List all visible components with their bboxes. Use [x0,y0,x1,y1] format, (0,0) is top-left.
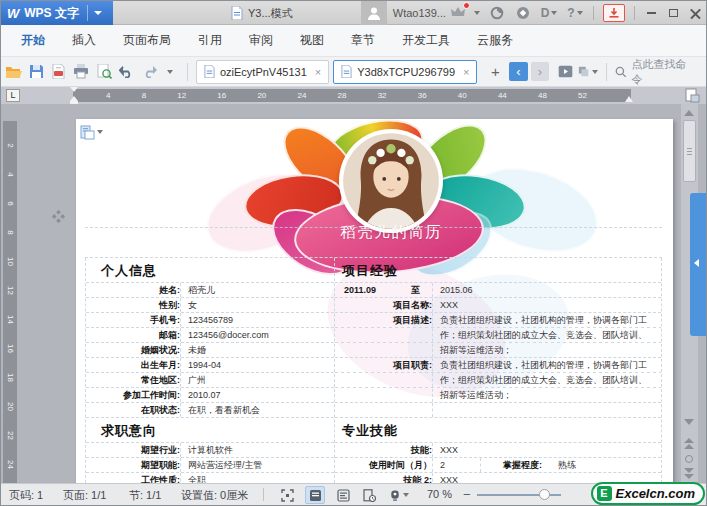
tab-page-layout[interactable]: 页面布局 [123,32,171,49]
paste-options-icon [79,124,95,140]
zoom-percentage[interactable]: 70 % [427,488,452,500]
collapsed-task-pane-tab[interactable] [690,193,706,336]
window-document-tab[interactable]: Y3...模式 [231,1,293,25]
status-section: 节: 1/1 [129,488,161,503]
page-setup-icon[interactable] [685,88,700,103]
account-avatar[interactable] [361,1,387,25]
field-value: 123456789 [180,313,334,327]
document-history-button[interactable] [359,486,379,504]
print-button[interactable] [72,62,92,82]
previous-page-icon[interactable] [684,438,694,443]
chevron-down-icon[interactable] [474,11,480,15]
print-layout-view-button[interactable] [305,486,325,504]
tab-section[interactable]: 章节 [351,32,375,49]
document-page[interactable]: 稻壳儿的简历 个人信息 姓名:稻壳儿 性别:女 手机号:123456789 邮箱… [76,119,673,483]
right-indent-marker[interactable] [625,96,633,102]
left-indent-marker[interactable] [69,87,79,104]
table-row: 技能:XXX [335,443,661,458]
person-icon [367,6,381,20]
tab-developer[interactable]: 开发工具 [402,32,450,49]
document-tab-2-label: Y3d8xTCPU296799 [357,66,455,78]
account-name[interactable]: Wtao139... [393,7,446,19]
wps-window: W WPS 文字 Y3...模式 Wtao139... [0,0,707,506]
undo-button[interactable] [117,62,137,82]
table-row: 在职状态:在职，看看新机会 [86,403,334,418]
scroll-up-arrow[interactable] [684,110,694,116]
close-tab-icon[interactable]: × [315,66,321,78]
chevron-down-icon [592,70,598,74]
command-search[interactable]: 点此查找命令 [615,57,696,87]
help-menu[interactable]: ? [565,4,585,22]
new-tab-button[interactable]: + [485,62,505,82]
outline-view-button[interactable] [333,486,353,504]
table-row: 出生年月:1994-04 [86,358,334,373]
search-icon [615,66,627,78]
document-tab-1[interactable]: oziEcytPnV45131 × [196,60,329,84]
document-tab-2[interactable]: Y3d8xTCPU296799 × [333,60,477,84]
field-label [335,403,432,417]
chevron-down-icon [403,493,409,497]
scrollbar-thumb[interactable] [683,120,696,182]
close-tab-icon[interactable]: × [463,66,469,78]
field-value: 网站营运经理/主管 [180,458,334,472]
forward-button[interactable]: › [531,62,550,81]
table-row: 期望行业:计算机软件 [86,443,334,458]
paste-options-button[interactable] [79,124,103,140]
field-label: 参加工作时间: [86,388,180,402]
field-label: 在职状态: [86,403,180,417]
skin-icon[interactable] [487,4,507,22]
chevron-down-icon[interactable] [94,11,102,15]
open-button[interactable] [4,62,24,82]
next-page-icon[interactable] [684,474,694,479]
previous-page-icon[interactable] [684,444,694,449]
more-tools-button[interactable] [578,62,598,82]
download-button[interactable] [603,4,625,22]
chevron-down-icon [97,130,103,134]
ruler-tick: 28 [338,89,347,102]
maximize-button[interactable] [662,1,684,25]
docer-label: D [541,6,550,20]
field-label: 姓名: [86,283,180,297]
zoom-slider-thumb[interactable] [539,489,550,500]
zoom-out-button[interactable]: − [463,487,471,502]
select-browse-object-icon[interactable] [685,455,693,463]
section-header-project: 项目经验 [335,258,661,283]
save-button[interactable] [27,62,47,82]
ruler-tick: 16 [6,342,15,356]
docer-menu[interactable]: D [539,4,559,22]
field-value: 女 [180,298,334,312]
vip-crown-icon[interactable] [450,5,468,21]
task-pane-button[interactable] [555,62,575,82]
tab-cloud[interactable]: 云服务 [477,32,513,49]
section-header-skills: 专业技能 [335,418,661,443]
tab-references[interactable]: 引用 [198,32,222,49]
minimize-button[interactable] [640,1,662,25]
print-preview-button[interactable] [94,62,114,82]
field-value: 全职 [180,473,334,483]
wps-app-button[interactable]: W WPS 文字 [1,1,113,25]
eye-protection-button[interactable] [389,486,409,504]
table-row: 参加工作时间:2010.07 [86,388,334,403]
ruler-tick: 10 [6,255,15,269]
fullscreen-view-button[interactable] [277,486,297,504]
back-button[interactable]: ‹ [509,62,528,81]
tab-review[interactable]: 审阅 [249,32,273,49]
scroll-down-arrow[interactable] [684,419,694,425]
tab-stop-selector[interactable]: L [6,89,20,102]
redo-button[interactable] [139,62,159,82]
cloud-sync-icon[interactable] [513,4,533,22]
export-pdf-button[interactable] [49,62,69,82]
tab-home[interactable]: 开始 [21,32,45,49]
tab-view[interactable]: 视图 [300,32,324,49]
field-value: 123456@docer.com [180,328,334,342]
toolbar-more-icon[interactable] [167,70,173,74]
close-button[interactable] [684,1,706,25]
table-row: 性别:女 [86,298,334,313]
zoom-slider[interactable] [477,494,561,496]
table-move-handle[interactable] [52,209,65,227]
field-label: 常住地区: [86,373,180,387]
ring-icon [490,6,504,20]
tab-insert[interactable]: 插入 [72,32,96,49]
next-page-icon[interactable] [684,468,694,473]
print-icon [73,64,89,79]
